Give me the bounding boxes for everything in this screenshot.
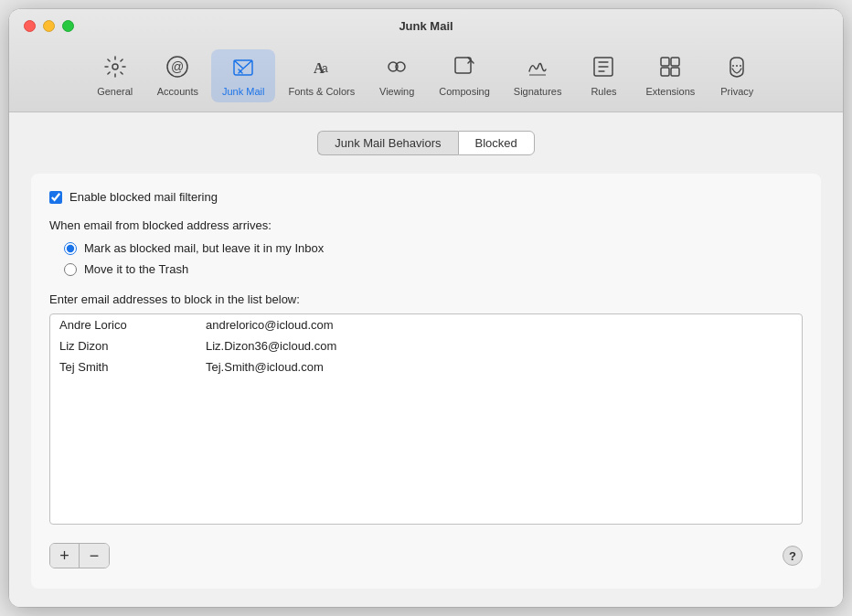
rules-label: Rules	[591, 86, 616, 97]
title-bar: Junk Mail General @	[9, 9, 843, 112]
enable-filter-checkbox[interactable]	[49, 191, 62, 204]
toolbar: General @ Accounts	[86, 42, 767, 112]
contact-name: Tej Smith	[50, 356, 197, 377]
window-title: Junk Mail	[399, 19, 453, 33]
svg-rect-13	[661, 58, 669, 66]
extensions-icon	[658, 55, 682, 82]
privacy-label: Privacy	[720, 86, 753, 97]
mark-blocked-label: Mark as blocked mail, but leave it in my…	[84, 241, 324, 255]
svg-rect-16	[671, 68, 679, 76]
tab-bar: Junk Mail Behaviors Blocked	[31, 131, 821, 155]
tab-junk-mail-behaviors[interactable]: Junk Mail Behaviors	[317, 131, 457, 155]
toolbar-item-viewing[interactable]: Viewing	[367, 49, 426, 102]
enter-label: Enter email addresses to block in the li…	[49, 292, 803, 306]
minimize-button[interactable]	[43, 20, 55, 32]
mark-blocked-radio[interactable]	[64, 242, 77, 255]
contact-email: Liz.Dizon36@icloud.com	[197, 335, 802, 356]
composing-label: Composing	[439, 86, 490, 97]
svg-text:a: a	[322, 62, 328, 75]
add-button[interactable]: +	[50, 544, 80, 568]
svg-rect-15	[661, 68, 669, 76]
add-remove-group: + −	[49, 543, 110, 568]
bottom-bar: + − ?	[49, 536, 803, 572]
signatures-icon	[526, 55, 549, 82]
table-row: Andre Lorico andrelorico@icloud.com	[50, 314, 802, 335]
svg-rect-14	[671, 58, 679, 66]
blocked-email-list[interactable]: Andre Lorico andrelorico@icloud.com Liz …	[49, 313, 803, 525]
toolbar-item-junk-mail[interactable]: Junk Mail	[211, 49, 275, 102]
main-window: Junk Mail General @	[9, 9, 843, 607]
fonts-colors-label: Fonts & Colors	[288, 86, 355, 97]
radio-row-trash: Move it to the Trash	[64, 262, 803, 276]
toolbar-item-accounts[interactable]: @ Accounts	[146, 49, 209, 102]
contact-name: Liz Dizon	[50, 335, 197, 356]
blocked-email-table: Andre Lorico andrelorico@icloud.com Liz …	[50, 314, 802, 377]
privacy-icon	[725, 55, 749, 82]
svg-rect-10	[455, 58, 471, 73]
toolbar-item-extensions[interactable]: Extensions	[634, 49, 706, 102]
content-area: Junk Mail Behaviors Blocked Enable block…	[9, 112, 843, 607]
accounts-label: Accounts	[157, 86, 198, 97]
toolbar-item-signatures[interactable]: Signatures	[503, 49, 573, 102]
move-trash-radio[interactable]	[64, 263, 77, 276]
extensions-label: Extensions	[645, 86, 695, 97]
composing-icon	[453, 55, 476, 82]
enable-checkbox-row: Enable blocked mail filtering	[49, 190, 803, 204]
signatures-label: Signatures	[514, 86, 562, 97]
rules-icon	[591, 55, 615, 82]
enable-filter-label: Enable blocked mail filtering	[69, 190, 218, 204]
radio-row-mark: Mark as blocked mail, but leave it in my…	[64, 241, 803, 255]
svg-text:@: @	[171, 59, 184, 74]
when-label: When email from blocked address arrives:	[49, 218, 803, 232]
help-button[interactable]: ?	[783, 546, 803, 566]
general-label: General	[97, 86, 133, 97]
move-trash-label: Move it to the Trash	[84, 262, 188, 276]
general-icon	[103, 55, 127, 82]
tab-blocked[interactable]: Blocked	[458, 131, 535, 155]
junk-mail-label: Junk Mail	[222, 86, 264, 97]
remove-button[interactable]: −	[80, 544, 109, 568]
maximize-button[interactable]	[62, 20, 74, 32]
contact-name: Andre Lorico	[50, 314, 197, 335]
contact-email: andrelorico@icloud.com	[197, 314, 802, 335]
viewing-label: Viewing	[379, 86, 414, 97]
table-row: Liz Dizon Liz.Dizon36@icloud.com	[50, 335, 802, 356]
toolbar-item-composing[interactable]: Composing	[428, 49, 501, 102]
toolbar-item-rules[interactable]: Rules	[574, 49, 633, 102]
viewing-icon	[385, 55, 409, 82]
junk-mail-icon	[231, 55, 255, 82]
traffic-lights	[24, 20, 74, 32]
fonts-icon: A a	[310, 55, 334, 82]
table-row: Tej Smith Tej.Smith@icloud.com	[50, 356, 802, 377]
toolbar-item-privacy[interactable]: Privacy	[708, 49, 766, 102]
radio-group: Mark as blocked mail, but leave it in my…	[49, 241, 803, 276]
svg-point-0	[112, 64, 118, 69]
accounts-icon: @	[165, 55, 189, 82]
toolbar-item-general[interactable]: General	[86, 49, 144, 102]
toolbar-item-fonts-colors[interactable]: A a Fonts & Colors	[277, 49, 366, 102]
contact-email: Tej.Smith@icloud.com	[197, 356, 802, 377]
blocked-settings-section: Enable blocked mail filtering When email…	[31, 174, 821, 589]
close-button[interactable]	[24, 20, 36, 32]
